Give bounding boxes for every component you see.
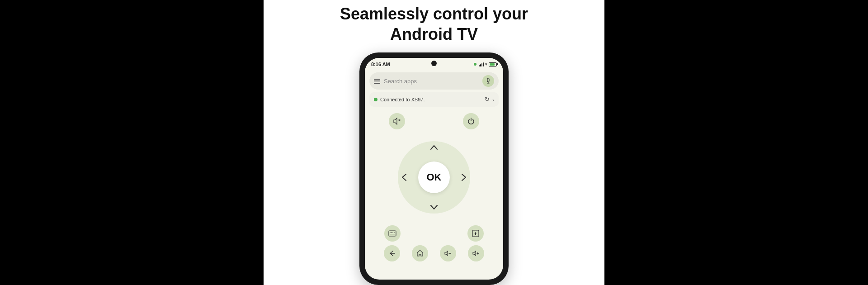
connected-bar: Connected to XS97. ↻ › (369, 92, 499, 107)
battery-icon (489, 62, 497, 66)
battery-fill (490, 63, 495, 66)
search-bar[interactable]: Search apps (369, 72, 499, 90)
touchpad-button[interactable] (467, 225, 484, 242)
status-icons: ▾ (474, 62, 497, 66)
vol-up-button[interactable] (468, 245, 484, 261)
status-time: 8:16 AM (371, 62, 390, 67)
dpad-up-button[interactable] (427, 140, 441, 155)
dpad-down-button[interactable] (427, 200, 441, 214)
mute-button[interactable] (389, 113, 405, 129)
bottom-row (382, 245, 486, 261)
dpad-left-button[interactable] (397, 170, 411, 185)
svg-rect-5 (389, 231, 396, 236)
headline-line1: Seamlessly control your (340, 5, 528, 23)
connected-text: Connected to XS97. (380, 97, 485, 102)
dpad-ok-button[interactable]: OK (418, 162, 450, 193)
svg-rect-0 (487, 78, 489, 82)
connected-dot (374, 98, 377, 101)
wifi-icon: ▾ (485, 62, 487, 66)
headline-text: Seamlessly control your Android TV (340, 4, 528, 44)
vol-down-button[interactable] (440, 245, 456, 261)
dpad-container: OK (389, 132, 479, 223)
power-button[interactable] (463, 113, 479, 129)
keyboard-button[interactable] (384, 225, 401, 242)
back-button[interactable] (384, 245, 400, 261)
headline-line2: Android TV (390, 25, 478, 43)
search-placeholder: Search apps (384, 78, 482, 85)
remote-area: OK (365, 110, 503, 280)
status-green-dot (474, 63, 476, 66)
connected-actions: ↻ › (485, 96, 494, 103)
ok-label: OK (427, 171, 442, 183)
refresh-icon[interactable]: ↻ (485, 96, 490, 103)
remote-icon[interactable] (482, 75, 494, 87)
center-panel: Seamlessly control your Android TV 8:16 … (264, 0, 604, 285)
left-panel (0, 0, 264, 285)
phone-screen: 8:16 AM ▾ Search apps (365, 58, 503, 280)
hamburger-icon (374, 79, 380, 84)
phone-camera (431, 61, 437, 66)
signal-bars-icon (479, 62, 484, 66)
dpad-right-button[interactable] (457, 170, 471, 185)
chevron-right-icon[interactable]: › (492, 96, 494, 103)
home-button[interactable] (412, 245, 428, 261)
right-panel (604, 0, 868, 285)
phone-frame: 8:16 AM ▾ Search apps (359, 52, 509, 285)
